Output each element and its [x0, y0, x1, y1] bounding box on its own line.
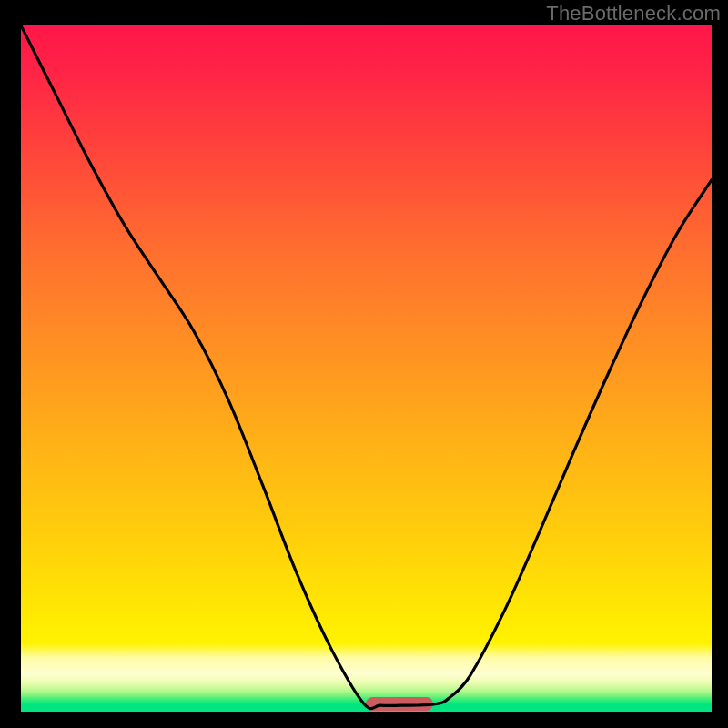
bottleneck-curve	[21, 25, 712, 712]
plot-area	[21, 25, 712, 712]
curve-path	[21, 25, 712, 709]
watermark-text: TheBottleneck.com	[546, 2, 721, 25]
chart-frame: TheBottleneck.com	[0, 0, 728, 728]
